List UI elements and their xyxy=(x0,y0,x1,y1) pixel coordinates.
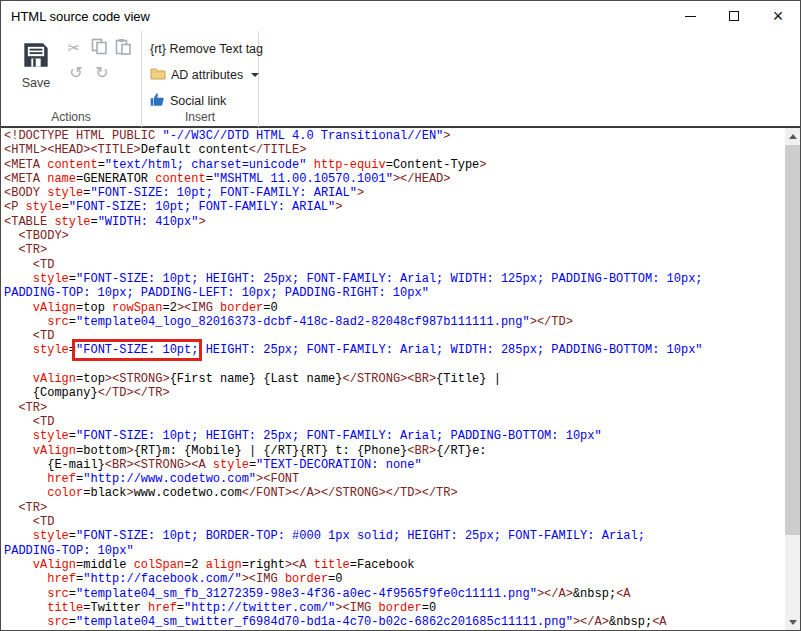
minimize-icon xyxy=(685,16,696,17)
code-line: <TD xyxy=(4,258,785,272)
code-line: <TABLE style="WIDTH: 410px"> xyxy=(4,215,785,229)
code-line: <TR> xyxy=(4,243,785,257)
code-line: PADDING-TOP: 10px; PADDING-LEFT: 10px; P… xyxy=(4,286,785,300)
code-line: <TR> xyxy=(4,401,785,415)
toolbar-group-actions: Save ✂ ↺ xyxy=(1,31,142,127)
vertical-scrollbar[interactable] xyxy=(785,128,800,631)
code-line: {E-mail}<BR><STRONG><A style="TEXT-DECOR… xyxy=(4,458,785,472)
scroll-up-button[interactable] xyxy=(785,128,800,144)
remove-text-tag-button[interactable]: {rt} Remove Text tag xyxy=(150,38,263,60)
minimize-button[interactable] xyxy=(668,1,712,31)
maximize-icon xyxy=(729,11,739,21)
chevron-down-icon xyxy=(251,73,259,77)
code-line: style="FONT-SIZE: 10pt; HEIGHT: 25px; FO… xyxy=(4,343,785,357)
thumbs-up-icon xyxy=(150,92,165,110)
code-line: vAlign=bottom>{RT}m: {Mobile} | {/RT}{RT… xyxy=(4,444,785,458)
code-line: <TBODY> xyxy=(4,229,785,243)
code-line: color=black>www.codetwo.com</FONT></A></… xyxy=(4,486,785,500)
window-controls: × xyxy=(668,1,800,31)
cut-button[interactable]: ✂ xyxy=(63,37,85,59)
window-title: HTML source code view xyxy=(1,9,150,24)
save-icon xyxy=(22,37,50,73)
code-line: src="template04_sm_twitter_f6984d70-bd1a… xyxy=(4,615,785,629)
code-area: <!DOCTYPE HTML PUBLIC "-//W3C//DTD HTML … xyxy=(1,127,800,631)
code-line: src="template04_sm_fb_31272359-98e3-4f36… xyxy=(4,587,785,601)
social-link-button[interactable]: Social link xyxy=(150,90,226,112)
code-line: vAlign=top rowSpan=2><IMG border=0 xyxy=(4,301,785,315)
social-link-label: Social link xyxy=(170,94,226,108)
actions-group-label: Actions xyxy=(1,110,141,124)
code-line: PADDING-TOP: 10px" xyxy=(4,544,785,558)
code-line: <TD xyxy=(4,329,785,343)
remove-text-tag-label: {rt} Remove Text tag xyxy=(150,42,263,56)
code-line: <TR> xyxy=(4,501,785,515)
code-line: href="http://facebook.com/"><IMG border=… xyxy=(4,572,785,586)
code-line: <P style="FONT-SIZE: 10pt; FONT-FAMILY: … xyxy=(4,200,785,214)
code-line: <BODY style="FONT-SIZE: 10pt; FONT-FAMIL… xyxy=(4,186,785,200)
code-line: <META name=GENERATOR content="MSHTML 11.… xyxy=(4,172,785,186)
code-line: <TD xyxy=(4,415,785,429)
paste-icon xyxy=(115,38,132,58)
scrollbar-thumb[interactable] xyxy=(785,145,800,535)
ribbon-toolbar: Save ✂ ↺ xyxy=(1,31,800,127)
code-line: vAlign=middle colSpan=2 align=right><A t… xyxy=(4,558,785,572)
undo-button[interactable]: ↺ xyxy=(65,61,87,83)
code-line: <TD xyxy=(4,515,785,529)
code-line: style="FONT-SIZE: 10pt; BORDER-TOP: #000… xyxy=(4,529,785,543)
scroll-down-icon xyxy=(789,620,797,625)
code-line: <!DOCTYPE HTML PUBLIC "-//W3C//DTD HTML … xyxy=(4,129,785,143)
code-line: {Company}</TD></TR> xyxy=(4,386,785,400)
insert-group-label: Insert xyxy=(142,110,258,124)
paste-button[interactable] xyxy=(112,37,134,59)
code-editor[interactable]: <!DOCTYPE HTML PUBLIC "-//W3C//DTD HTML … xyxy=(1,129,785,631)
code-line: src="template04_logo_82016373-dcbf-418c-… xyxy=(4,315,785,329)
scroll-up-icon xyxy=(789,134,797,139)
ad-attributes-label: AD attributes xyxy=(171,68,243,82)
code-line: title=Twitter href="http://twitter.com/"… xyxy=(4,601,785,615)
code-line: style="FONT-SIZE: 10pt; HEIGHT: 25px; FO… xyxy=(4,429,785,443)
copy-icon xyxy=(91,38,108,58)
code-line: <META content="text/html; charset=unicod… xyxy=(4,158,785,172)
code-line xyxy=(4,358,785,372)
scroll-down-button[interactable] xyxy=(785,614,800,630)
html-source-code-view-window: HTML source code view × xyxy=(0,0,801,631)
redo-icon: ↻ xyxy=(95,63,108,82)
close-icon: × xyxy=(773,7,784,25)
undo-icon: ↺ xyxy=(69,63,82,82)
maximize-button[interactable] xyxy=(712,1,756,31)
titlebar: HTML source code view × xyxy=(1,1,800,31)
ad-attributes-button[interactable]: AD attributes xyxy=(150,64,259,86)
cut-icon: ✂ xyxy=(68,39,81,57)
code-line: vAlign=top><STRONG>{First name} {Last na… xyxy=(4,372,785,386)
toolbar-group-insert: {rt} Remove Text tag AD attributes xyxy=(142,31,259,127)
folder-icon xyxy=(150,67,166,83)
close-button[interactable]: × xyxy=(756,1,800,31)
code-line: <HTML><HEAD><TITLE>Default content</TITL… xyxy=(4,143,785,157)
code-line: href="http://www.codetwo.com"><FONT xyxy=(4,472,785,486)
copy-button[interactable] xyxy=(88,37,110,59)
redo-button[interactable]: ↻ xyxy=(91,61,113,83)
code-line: style="FONT-SIZE: 10pt; HEIGHT: 25px; FO… xyxy=(4,272,785,286)
save-button[interactable]: Save xyxy=(13,37,59,113)
save-button-label: Save xyxy=(22,76,51,90)
